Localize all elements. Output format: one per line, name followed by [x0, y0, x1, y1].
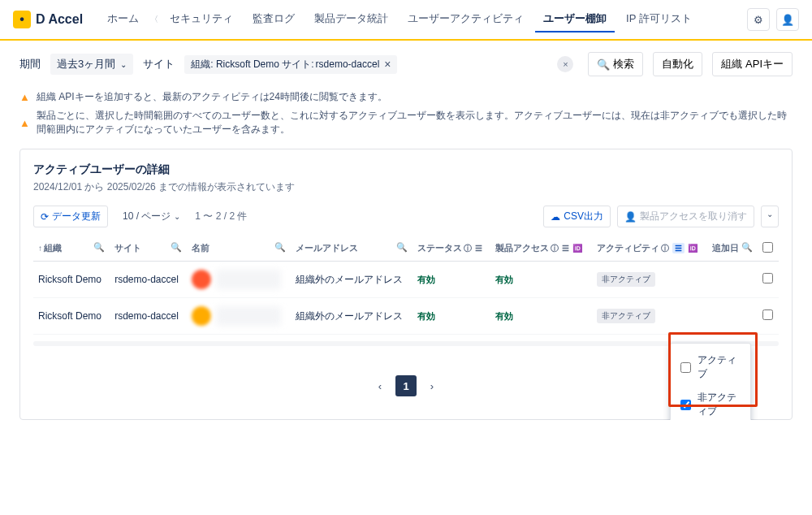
nav-activity[interactable]: ユーザーアクティビティ: [400, 6, 532, 32]
main-nav: ホーム 〈 セキュリティ 監査ログ 製品データ統計 ユーザーアクティビティ ユー…: [99, 6, 747, 32]
page-1-button[interactable]: 1: [395, 375, 417, 396]
search-icon: 🔍: [597, 58, 610, 71]
nav-chevron-icon: 〈: [150, 14, 158, 25]
nav-security[interactable]: セキュリティ: [162, 6, 241, 32]
filter-icon[interactable]: ☰: [562, 244, 569, 253]
warning-row: ▲ 製品ごとに、選択した時間範囲のすべてのユーザー数と、これに対するアクティブユ…: [19, 106, 793, 139]
info-icon: ⓘ: [661, 244, 669, 253]
settings-icon[interactable]: ⚙: [747, 8, 770, 31]
automation-button[interactable]: 自動化: [653, 52, 702, 76]
api-key-button[interactable]: 組織 APIキー: [712, 52, 793, 76]
csv-export-button[interactable]: ☁ CSV出力: [543, 206, 611, 227]
warning-row: ▲ 組織 APIキーを追加すると、最新のアクティビティは24時間後に閲覧できます…: [19, 88, 793, 106]
warning-icon: ▲: [19, 91, 30, 103]
nav-home[interactable]: ホーム: [99, 6, 147, 32]
app-logo[interactable]: • D Accel: [13, 11, 83, 28]
col-activity[interactable]: アクティビティⓘ☰🆔: [592, 236, 707, 262]
search-icon[interactable]: 🔍: [93, 242, 105, 253]
table-row: Ricksoft Demo rsdemo-daccel 組織外のメールアドレス …: [33, 298, 779, 335]
site-filter-chip: 組織: Ricksoft Demo サイト: rsdemo-daccel ×: [184, 55, 397, 74]
next-page-button[interactable]: ›: [421, 375, 443, 396]
search-icon[interactable]: 🔍: [274, 242, 286, 253]
clear-filters-button[interactable]: ×: [557, 56, 573, 72]
filter-icon[interactable]: ☰: [475, 244, 482, 253]
result-count: 1 〜 2 / 2 件: [195, 210, 247, 223]
info-icon: ⓘ: [464, 244, 472, 253]
col-access[interactable]: 製品アクセスⓘ☰🆔: [490, 236, 591, 262]
col-added[interactable]: 追加日🔍: [707, 236, 758, 262]
col-org[interactable]: ↑組織🔍: [33, 236, 110, 262]
nav-stats[interactable]: 製品データ統計: [306, 6, 396, 32]
section-title: アクティブユーザーの詳細: [33, 162, 779, 177]
chevron-down-icon: ⌄: [174, 212, 180, 221]
site-label: サイト: [143, 57, 175, 71]
period-select[interactable]: 過去3ヶ月間 ⌄: [50, 54, 133, 75]
col-name[interactable]: 名前🔍: [187, 236, 291, 262]
users-table: ↑組織🔍 サイト🔍 名前🔍 メールアドレス🔍 ステータスⓘ☰ 製品アクセスⓘ☰🆔…: [33, 236, 779, 335]
activity-filter-popup: アクティブ 非アクティブ: [670, 343, 751, 420]
chevron-down-icon: ⌄: [120, 60, 127, 69]
col-site[interactable]: サイト🔍: [110, 236, 187, 262]
row-checkbox[interactable]: [762, 273, 773, 283]
name-blurred: [216, 306, 281, 326]
refresh-button[interactable]: ⟳ データ更新: [33, 206, 108, 227]
row-checkbox[interactable]: [762, 309, 773, 320]
avatar: [192, 270, 211, 289]
chip-remove-icon[interactable]: ×: [384, 58, 391, 71]
warning-icon: ▲: [19, 117, 30, 129]
person-icon: 👤: [624, 211, 637, 223]
col-status[interactable]: ステータスⓘ☰: [412, 236, 490, 262]
logo-text: D Accel: [36, 12, 83, 27]
per-page-select[interactable]: 10 / ページ ⌄: [116, 206, 187, 227]
period-label: 期間: [19, 57, 41, 71]
filter-checkbox-active[interactable]: [680, 362, 691, 373]
search-button[interactable]: 🔍 検索: [588, 52, 643, 76]
pagination: ‹ 1 ›: [33, 366, 779, 406]
section-subtitle: 2024/12/01 から 2025/02/26 までの情報が表示されています: [33, 180, 779, 194]
search-icon[interactable]: 🔍: [741, 242, 753, 253]
search-icon[interactable]: 🔍: [171, 242, 182, 253]
info-icon: ⓘ: [551, 244, 559, 253]
prev-page-button[interactable]: ‹: [369, 375, 391, 396]
activity-badge: 非アクティブ: [597, 272, 655, 287]
id-icon[interactable]: 🆔: [688, 244, 698, 253]
filter-option-inactive[interactable]: 非アクティブ: [671, 386, 750, 420]
filter-option-active[interactable]: アクティブ: [671, 348, 750, 386]
filter-checkbox-inactive[interactable]: [680, 400, 691, 410]
revoke-access-button[interactable]: 👤 製品アクセスを取り消す: [617, 206, 754, 227]
avatar: [192, 306, 211, 326]
logo-icon: •: [13, 11, 31, 28]
horizontal-scrollbar[interactable]: [33, 341, 779, 346]
name-blurred: [216, 270, 281, 289]
activity-badge: 非アクティブ: [597, 309, 655, 323]
more-actions-dropdown[interactable]: ⌄: [761, 206, 779, 227]
col-email[interactable]: メールアドレス🔍: [291, 236, 413, 262]
select-all-checkbox[interactable]: [762, 242, 773, 253]
table-row: Ricksoft Demo rsdemo-daccel 組織外のメールアドレス …: [33, 262, 779, 298]
nav-audit[interactable]: 監査ログ: [244, 6, 303, 32]
filter-icon-active[interactable]: ☰: [672, 243, 685, 253]
search-icon[interactable]: 🔍: [396, 242, 408, 253]
user-icon[interactable]: 👤: [776, 8, 799, 31]
cloud-icon: ☁: [551, 211, 560, 223]
refresh-icon: ⟳: [41, 211, 49, 223]
nav-inventory[interactable]: ユーザー棚卸: [535, 6, 615, 32]
id-icon[interactable]: 🆔: [572, 244, 582, 253]
nav-ip[interactable]: IP 許可リスト: [618, 6, 700, 32]
